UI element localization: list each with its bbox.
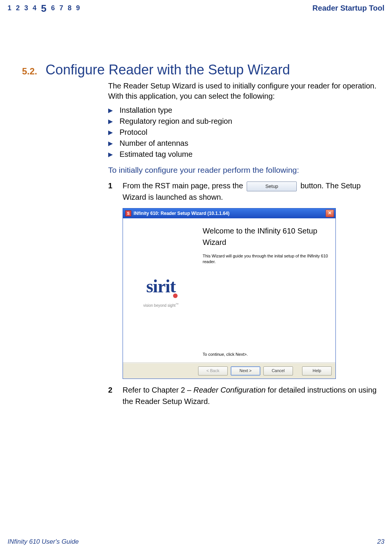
step-number: 2 xyxy=(108,384,114,407)
section-number: 5.2. xyxy=(22,66,37,77)
bullet-list: ▶Installation type ▶Regulatory region an… xyxy=(108,106,377,159)
chapter-5-current: 5 xyxy=(41,5,46,13)
bullet-text: Estimated tag volume xyxy=(120,150,192,159)
step-text-before: From the RST main page, press the xyxy=(123,181,243,190)
list-item: ▶Installation type xyxy=(108,106,377,115)
list-item: ▶Number of antennas xyxy=(108,139,377,148)
chapter-9[interactable]: 9 xyxy=(76,4,80,12)
chapter-nav: 1 2 3 4 5 6 7 8 9 xyxy=(8,4,80,12)
setup-button[interactable]: Setup xyxy=(247,181,297,191)
logo-dot-icon xyxy=(173,293,178,298)
back-button: < Back xyxy=(198,366,228,376)
wizard-welcome: Welcome to the INfinity 610 Setup Wizard xyxy=(203,225,330,248)
wizard-button-bar: < Back Next > Cancel Help xyxy=(123,363,335,379)
chapter-7[interactable]: 7 xyxy=(60,4,63,12)
reader-config-link[interactable]: Reader Configuration xyxy=(194,386,266,394)
list-item: ▶Regulatory region and sub-region xyxy=(108,117,377,126)
step-number: 1 xyxy=(108,180,114,379)
list-item: ▶Protocol xyxy=(108,128,377,137)
sub-heading: To initially configure your reader perfo… xyxy=(108,166,377,175)
chevron-icon: ▶ xyxy=(108,140,113,147)
sirit-logo: sirit xyxy=(146,273,176,300)
app-icon: S xyxy=(125,210,131,216)
next-button[interactable]: Next > xyxy=(231,366,260,376)
chevron-icon: ▶ xyxy=(108,129,113,136)
cancel-button[interactable]: Cancel xyxy=(263,366,293,376)
page-footer: INfinity 610 User's Guide 23 xyxy=(8,538,384,546)
chapter-3[interactable]: 3 xyxy=(24,4,28,12)
chapter-2[interactable]: 2 xyxy=(16,4,20,12)
page-number: 23 xyxy=(377,538,384,546)
logo-tagline: vision beyond sight™ xyxy=(143,302,178,308)
page-header: 1 2 3 4 5 6 7 8 9 Reader Startup Tool xyxy=(8,4,384,13)
step-2: 2 Refer to Chapter 2 – Reader Configurat… xyxy=(108,384,377,407)
header-title: Reader Startup Tool xyxy=(312,4,384,13)
wizard-description: This Wizard will guide you through the i… xyxy=(203,253,330,265)
chevron-icon: ▶ xyxy=(108,107,113,114)
step-1: 1 From the RST main page, press the Setu… xyxy=(108,180,377,379)
step-text-before: Refer to Chapter 2 – xyxy=(123,386,194,394)
chevron-icon: ▶ xyxy=(108,151,113,158)
wizard-titlebar: S INfinity 610: Reader Setup Wizard (10.… xyxy=(123,208,335,218)
chapter-6[interactable]: 6 xyxy=(51,4,55,12)
wizard-branding: sirit vision beyond sight™ xyxy=(123,218,199,363)
footer-left: INfinity 610 User's Guide xyxy=(8,538,79,546)
wizard-continue-hint: To continue, click Next>. xyxy=(203,351,330,358)
chapter-4[interactable]: 4 xyxy=(33,4,36,12)
bullet-text: Regulatory region and sub-region xyxy=(120,117,232,126)
close-icon[interactable]: ✕ xyxy=(326,210,334,217)
bullet-text: Number of antennas xyxy=(120,139,188,148)
section-title: Configure Reader with the Setup Wizard xyxy=(46,62,290,78)
list-item: ▶Estimated tag volume xyxy=(108,150,377,159)
step-body: From the RST main page, press the Setup … xyxy=(123,180,377,379)
step-body: Refer to Chapter 2 – Reader Configuratio… xyxy=(123,384,377,407)
intro-paragraph: The Reader Setup Wizard is used to initi… xyxy=(108,81,377,101)
bullet-text: Protocol xyxy=(120,128,147,137)
bullet-text: Installation type xyxy=(120,106,172,115)
help-button[interactable]: Help xyxy=(302,366,332,376)
wizard-title: INfinity 610: Reader Setup Wizard (10.1.… xyxy=(134,210,230,217)
chapter-1[interactable]: 1 xyxy=(8,4,11,12)
chevron-icon: ▶ xyxy=(108,118,113,125)
chapter-8[interactable]: 8 xyxy=(68,4,72,12)
wizard-dialog: S INfinity 610: Reader Setup Wizard (10.… xyxy=(123,208,336,379)
